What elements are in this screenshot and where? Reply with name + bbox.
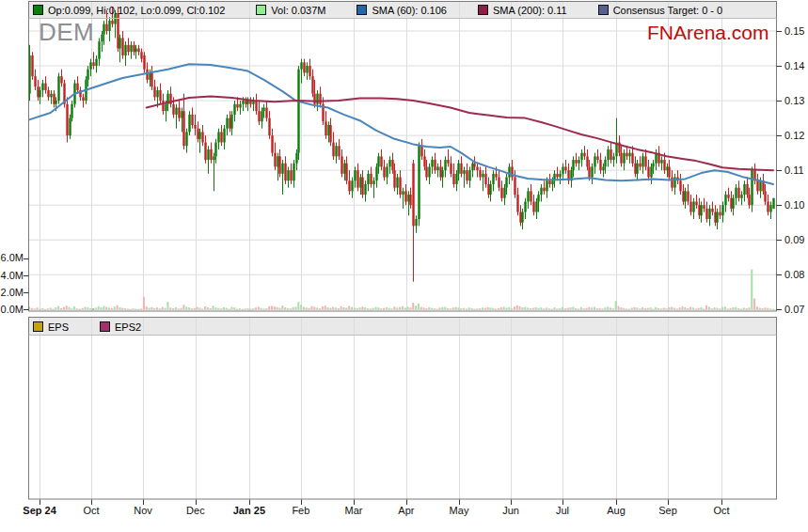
ohlc-swatch-icon xyxy=(33,5,43,15)
month-label: Aug xyxy=(590,505,642,516)
month-label: Mar xyxy=(327,505,380,516)
stock-chart-page: Op:0.099, Hi:0.102, Lo:0.099, Cl:0.102 V… xyxy=(0,0,808,532)
legend-volume-label: Vol: 0.037M xyxy=(271,5,325,16)
legend-sma60: SMA (60): 0.106 xyxy=(356,5,447,16)
eps-swatch-icon xyxy=(33,321,43,332)
month-label: Jan 25 xyxy=(223,505,276,516)
volume-tick-label: 0.0M xyxy=(0,304,24,315)
legend-ohlc: Op:0.099, Hi:0.102, Lo:0.099, Cl:0.102 xyxy=(33,5,225,16)
legend-sma200: SMA (200): 0.11 xyxy=(478,5,567,16)
price-legend: Op:0.099, Hi:0.102, Lo:0.099, Cl:0.102 V… xyxy=(33,2,753,18)
price-tick-label: 0.07 xyxy=(784,304,808,315)
price-tick-label: 0.08 xyxy=(784,269,808,280)
volume-tick-label: 6.0M xyxy=(0,252,24,263)
legend-volume: Vol: 0.037M xyxy=(256,5,325,16)
chart-canvas xyxy=(0,0,808,532)
month-label: Nov xyxy=(117,505,169,516)
price-tick-label: 0.11 xyxy=(784,164,808,176)
price-tick-label: 0.13 xyxy=(784,95,808,106)
month-label: Feb xyxy=(275,505,327,516)
legend-eps2: EPS2 xyxy=(100,321,141,333)
price-tick-label: 0.12 xyxy=(784,130,808,141)
month-label: Jun xyxy=(484,505,537,516)
grid-layer xyxy=(29,2,777,499)
panel-border-layer xyxy=(29,2,777,500)
price-tick-label: 0.15 xyxy=(784,25,808,37)
candlestick-layer xyxy=(28,7,774,282)
month-label: Sep xyxy=(642,505,694,516)
sma200-swatch-icon xyxy=(478,5,488,15)
eps-legend: EPS EPS2 xyxy=(33,319,172,335)
legend-sma200-label: SMA (200): 0.11 xyxy=(493,5,567,16)
volume-tick-label: 4.0M xyxy=(0,270,24,281)
eps2-swatch-icon xyxy=(100,321,110,332)
volume-layer xyxy=(28,270,774,310)
legend-consensus-label: Consensus Target: 0 - 0 xyxy=(613,5,723,16)
month-label: Oct xyxy=(695,505,748,516)
legend-eps-label: EPS xyxy=(48,321,69,333)
month-label: Apr xyxy=(380,505,433,516)
month-label: Dec xyxy=(169,505,222,516)
legend-eps2-label: EPS2 xyxy=(115,321,141,333)
price-tick-label: 0.10 xyxy=(784,199,808,211)
consensus-swatch-icon xyxy=(598,5,609,15)
fnarena-logo: FNArena.com xyxy=(647,22,769,44)
ticker-symbol: DEM xyxy=(39,18,94,47)
price-tick-label: 0.09 xyxy=(784,234,808,245)
legend-ohlc-label: Op:0.099, Hi:0.102, Lo:0.099, Cl:0.102 xyxy=(48,5,225,16)
month-label: Jul xyxy=(536,505,589,516)
month-label: Oct xyxy=(65,505,118,516)
volume-tick-label: 2.0M xyxy=(0,287,24,298)
sma60-swatch-icon xyxy=(356,5,367,15)
price-tick-label: 0.14 xyxy=(784,60,808,71)
legend-eps: EPS xyxy=(33,321,69,333)
month-label: May xyxy=(433,505,485,516)
legend-sma60-label: SMA (60): 0.106 xyxy=(372,5,447,16)
month-label: Sep 24 xyxy=(13,505,66,516)
legend-consensus-target: Consensus Target: 0 - 0 xyxy=(598,5,723,16)
volume-swatch-icon xyxy=(256,5,266,15)
